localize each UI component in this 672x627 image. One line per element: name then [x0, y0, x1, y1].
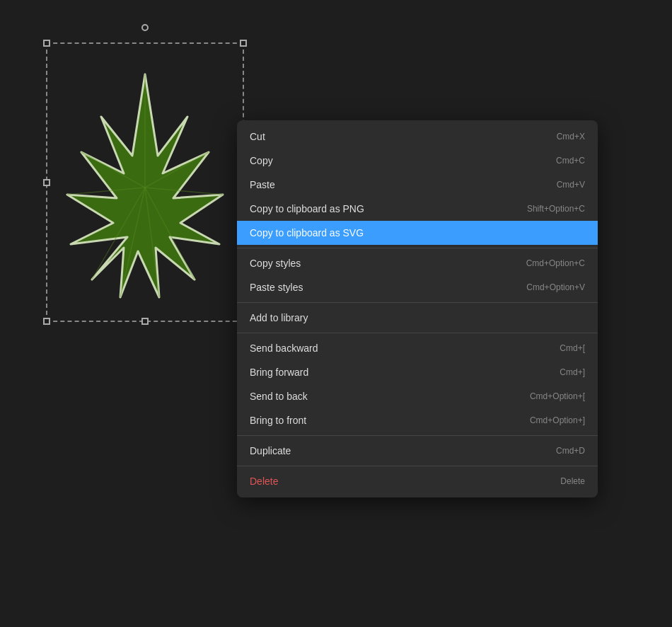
menu-item-cut[interactable]: CutCmd+X — [237, 125, 598, 149]
menu-item-shortcut-paste-styles: Cmd+Option+V — [526, 282, 585, 292]
menu-item-label-cut: Cut — [250, 131, 265, 142]
menu-item-bring-front[interactable]: Bring to frontCmd+Option+] — [237, 408, 598, 432]
handle-bottom-left[interactable] — [43, 318, 50, 325]
menu-item-label-duplicate: Duplicate — [250, 445, 291, 456]
star-shape — [53, 57, 237, 318]
menu-item-shortcut-delete: Delete — [560, 476, 585, 486]
canvas: CutCmd+XCopyCmd+CPasteCmd+VCopy to clipb… — [0, 0, 672, 627]
menu-separator-5 — [237, 466, 598, 466]
menu-item-paste[interactable]: PasteCmd+V — [237, 173, 598, 197]
menu-item-label-add-library: Add to library — [250, 312, 308, 323]
menu-item-label-copy-styles: Copy styles — [250, 258, 301, 269]
handle-middle-left[interactable] — [43, 179, 50, 186]
menu-item-shortcut-cut: Cmd+X — [557, 132, 585, 142]
menu-item-shortcut-send-back: Cmd+Option+[ — [530, 391, 585, 401]
menu-item-shortcut-copy-png: Shift+Option+C — [527, 204, 585, 214]
menu-item-shortcut-duplicate: Cmd+D — [556, 446, 585, 456]
menu-item-delete[interactable]: DeleteDelete — [237, 469, 598, 493]
menu-item-label-copy: Copy — [250, 155, 273, 166]
menu-item-label-copy-png: Copy to clipboard as PNG — [250, 203, 364, 214]
menu-item-shortcut-copy-styles: Cmd+Option+C — [526, 258, 585, 268]
menu-item-duplicate[interactable]: DuplicateCmd+D — [237, 439, 598, 463]
menu-separator-1 — [237, 248, 598, 248]
menu-item-label-paste-styles: Paste styles — [250, 282, 303, 293]
menu-item-bring-forward[interactable]: Bring forwardCmd+] — [237, 360, 598, 384]
menu-item-label-bring-front: Bring to front — [250, 415, 306, 426]
menu-item-label-delete: Delete — [250, 476, 278, 487]
menu-item-shortcut-send-backward: Cmd+[ — [560, 343, 585, 353]
menu-item-add-library[interactable]: Add to library — [237, 306, 598, 330]
menu-item-send-backward[interactable]: Send backwardCmd+[ — [237, 336, 598, 360]
menu-item-copy[interactable]: CopyCmd+C — [237, 149, 598, 173]
menu-item-copy-styles[interactable]: Copy stylesCmd+Option+C — [237, 251, 598, 275]
menu-item-label-send-backward: Send backward — [250, 343, 318, 354]
menu-item-send-back[interactable]: Send to backCmd+Option+[ — [237, 384, 598, 408]
menu-item-copy-svg[interactable]: Copy to clipboard as SVG — [237, 221, 598, 245]
menu-item-paste-styles[interactable]: Paste stylesCmd+Option+V — [237, 275, 598, 299]
handle-bottom-middle[interactable] — [141, 318, 149, 325]
handle-top-right[interactable] — [240, 40, 247, 47]
menu-item-label-copy-svg: Copy to clipboard as SVG — [250, 227, 364, 238]
menu-separator-2 — [237, 302, 598, 303]
menu-item-shortcut-bring-forward: Cmd+] — [560, 367, 585, 377]
menu-item-shortcut-bring-front: Cmd+Option+] — [530, 415, 585, 425]
context-menu: CutCmd+XCopyCmd+CPasteCmd+VCopy to clipb… — [237, 120, 598, 497]
menu-separator-4 — [237, 435, 598, 436]
menu-item-shortcut-paste: Cmd+V — [557, 180, 585, 190]
menu-item-label-bring-forward: Bring forward — [250, 367, 308, 378]
menu-item-label-send-back: Send to back — [250, 391, 308, 402]
menu-item-shortcut-copy: Cmd+C — [556, 156, 585, 166]
handle-top-left[interactable] — [43, 40, 50, 47]
menu-item-copy-png[interactable]: Copy to clipboard as PNGShift+Option+C — [237, 197, 598, 221]
menu-separator-3 — [237, 333, 598, 333]
rotate-handle[interactable] — [141, 24, 149, 31]
menu-item-label-paste: Paste — [250, 179, 275, 190]
